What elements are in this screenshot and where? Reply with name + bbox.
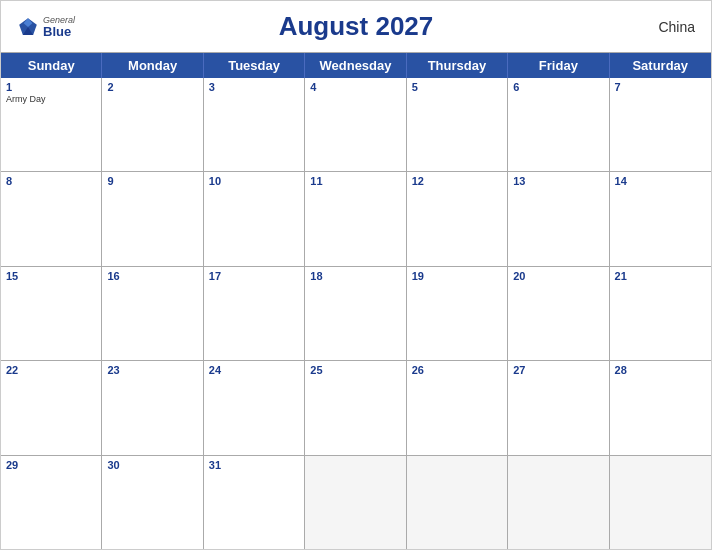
day-cell-25: 25 [305, 361, 406, 454]
day-cell-3: 3 [204, 78, 305, 171]
calendar-header: General Blue August 2027 China [1, 1, 711, 52]
day-header-saturday: Saturday [610, 53, 711, 78]
day-number: 3 [209, 81, 215, 93]
week-row-1: 1Army Day234567 [1, 78, 711, 172]
day-number: 23 [107, 364, 119, 376]
week-row-5: 293031 [1, 456, 711, 549]
day-number: 21 [615, 270, 627, 282]
country-label: China [658, 19, 695, 35]
day-header-sunday: Sunday [1, 53, 102, 78]
day-header-wednesday: Wednesday [305, 53, 406, 78]
day-number: 31 [209, 459, 221, 471]
day-number: 29 [6, 459, 18, 471]
day-number: 5 [412, 81, 418, 93]
day-cell-28: 28 [610, 361, 711, 454]
day-header-tuesday: Tuesday [204, 53, 305, 78]
day-number: 2 [107, 81, 113, 93]
day-cell-27: 27 [508, 361, 609, 454]
day-cell-empty-3 [305, 456, 406, 549]
logo-text: General Blue [43, 16, 75, 38]
holiday-label: Army Day [6, 94, 96, 105]
weeks-container: 1Army Day2345678910111213141516171819202… [1, 78, 711, 549]
day-number: 11 [310, 175, 322, 187]
day-cell-31: 31 [204, 456, 305, 549]
day-number: 28 [615, 364, 627, 376]
day-cell-empty-5 [508, 456, 609, 549]
day-cell-22: 22 [1, 361, 102, 454]
day-number: 27 [513, 364, 525, 376]
day-cell-24: 24 [204, 361, 305, 454]
day-cell-13: 13 [508, 172, 609, 265]
day-cell-18: 18 [305, 267, 406, 360]
day-number: 14 [615, 175, 627, 187]
day-number: 26 [412, 364, 424, 376]
logo-area: General Blue [17, 16, 75, 38]
week-row-3: 15161718192021 [1, 267, 711, 361]
day-cell-7: 7 [610, 78, 711, 171]
day-number: 19 [412, 270, 424, 282]
day-number: 6 [513, 81, 519, 93]
day-cell-8: 8 [1, 172, 102, 265]
day-header-thursday: Thursday [407, 53, 508, 78]
day-cell-empty-6 [610, 456, 711, 549]
day-number: 30 [107, 459, 119, 471]
day-cell-9: 9 [102, 172, 203, 265]
logo-icon [17, 16, 39, 38]
logo-blue-text: Blue [43, 25, 75, 38]
day-cell-14: 14 [610, 172, 711, 265]
month-title: August 2027 [279, 11, 434, 42]
day-cell-11: 11 [305, 172, 406, 265]
day-cell-4: 4 [305, 78, 406, 171]
day-cell-16: 16 [102, 267, 203, 360]
day-number: 25 [310, 364, 322, 376]
day-number: 22 [6, 364, 18, 376]
day-headers-row: SundayMondayTuesdayWednesdayThursdayFrid… [1, 53, 711, 78]
day-number: 4 [310, 81, 316, 93]
day-cell-empty-4 [407, 456, 508, 549]
day-cell-12: 12 [407, 172, 508, 265]
day-number: 15 [6, 270, 18, 282]
day-number: 18 [310, 270, 322, 282]
day-cell-17: 17 [204, 267, 305, 360]
calendar-grid: SundayMondayTuesdayWednesdayThursdayFrid… [1, 52, 711, 549]
day-number: 7 [615, 81, 621, 93]
day-cell-19: 19 [407, 267, 508, 360]
day-number: 8 [6, 175, 12, 187]
week-row-4: 22232425262728 [1, 361, 711, 455]
day-cell-20: 20 [508, 267, 609, 360]
day-number: 13 [513, 175, 525, 187]
day-cell-5: 5 [407, 78, 508, 171]
week-row-2: 891011121314 [1, 172, 711, 266]
day-number: 17 [209, 270, 221, 282]
day-cell-29: 29 [1, 456, 102, 549]
day-number: 16 [107, 270, 119, 282]
day-number: 9 [107, 175, 113, 187]
day-header-monday: Monday [102, 53, 203, 78]
day-header-friday: Friday [508, 53, 609, 78]
day-number: 24 [209, 364, 221, 376]
day-cell-2: 2 [102, 78, 203, 171]
day-cell-26: 26 [407, 361, 508, 454]
day-number: 1 [6, 81, 12, 93]
day-cell-1: 1Army Day [1, 78, 102, 171]
day-number: 12 [412, 175, 424, 187]
calendar-container: General Blue August 2027 China SundayMon… [0, 0, 712, 550]
day-number: 20 [513, 270, 525, 282]
day-number: 10 [209, 175, 221, 187]
day-cell-23: 23 [102, 361, 203, 454]
day-cell-21: 21 [610, 267, 711, 360]
day-cell-10: 10 [204, 172, 305, 265]
day-cell-15: 15 [1, 267, 102, 360]
day-cell-30: 30 [102, 456, 203, 549]
day-cell-6: 6 [508, 78, 609, 171]
